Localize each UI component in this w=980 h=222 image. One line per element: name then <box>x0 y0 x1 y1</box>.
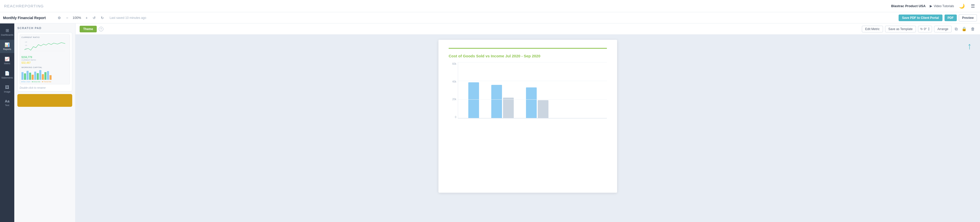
mini-bar-12 <box>49 75 52 80</box>
duplicate-button[interactable]: ⧉ <box>954 26 959 32</box>
y-label-0: 0 <box>449 116 456 119</box>
help-icon: ? <box>100 27 102 30</box>
app-logo: REACHREPORTING <box>4 4 44 8</box>
video-tutorials-label: Video Tutorials <box>934 4 954 8</box>
theme-help-icon[interactable]: ? <box>99 27 103 31</box>
zoom-in-button[interactable]: + <box>84 15 89 21</box>
current-ratio-label: CURRENT RATIO <box>21 36 68 38</box>
y-label-40k: 40k <box>449 80 456 83</box>
redo-button[interactable]: ↻ <box>99 15 105 21</box>
bar-sep-gray <box>538 100 549 118</box>
chart-title: Cost of Goods Sold vs Income Jul 2020 - … <box>449 54 607 58</box>
theme-button[interactable]: Theme <box>80 26 97 32</box>
duplicate-icon: ⧉ <box>955 27 958 31</box>
video-tutorials-button[interactable]: ▶ Video Tutorials <box>930 4 954 8</box>
sidebar-item-dashboards[interactable]: ⊞ Dashboards <box>0 25 14 39</box>
delete-button[interactable]: 🗑 <box>970 26 976 32</box>
x-axis-line <box>458 118 607 119</box>
saved-status: Last saved 10 minutes ago <box>110 16 146 20</box>
svg-text:1.8: 1.8 <box>25 41 27 43</box>
toolbar-right-actions: Save PDF to Client Portal PDF Preview <box>899 14 977 21</box>
action-toolbar-right: Edit Metric Save as Template ↻ 0° ▲ ▼ Ar… <box>862 25 976 32</box>
working-capital-label: WORKING CAPITAL <box>21 66 68 68</box>
sidebar-item-reports[interactable]: 📊 Reports <box>0 40 14 53</box>
reports-label: Reports <box>3 48 11 51</box>
chart-wrapper: 60k 40k 20k 0 <box>449 62 607 119</box>
mini-bar-11 <box>47 71 49 80</box>
grid-line-20k <box>458 99 607 100</box>
rotate-down-button[interactable]: ▼ <box>928 29 930 31</box>
zoom-out-button[interactable]: − <box>65 15 70 21</box>
value-2: $32,487 <box>21 62 68 64</box>
preview-button[interactable]: Preview <box>959 14 977 21</box>
scratch-card-inner: CURRENT RATIO 1.8 1.6 1.4 $156,779 CURRE… <box>20 35 70 84</box>
dark-mode-button[interactable]: 🌙 <box>958 2 966 10</box>
moon-icon: 🌙 <box>959 3 965 9</box>
save-template-button[interactable]: Save as Template <box>885 26 916 32</box>
zoom-display: 100% <box>72 16 82 20</box>
text-label: Text <box>5 104 10 106</box>
mini-bar-6 <box>34 71 36 80</box>
mini-bar-5 <box>32 75 34 80</box>
undo-button[interactable]: ↺ <box>91 15 97 21</box>
plus-icon: + <box>86 16 88 20</box>
chart-area: 60k 40k 20k 0 <box>449 62 607 119</box>
redo-icon: ↻ <box>101 16 104 20</box>
mini-chart-svg: 1.8 1.6 1.4 <box>21 40 68 54</box>
statements-icon: 📄 <box>5 71 10 76</box>
main-layout: ⊞ Dashboards 📊 Reports 📈 Metric 📄 Statem… <box>0 24 980 222</box>
rename-hint: Double click to rename <box>20 86 70 89</box>
action-toolbar: Theme ? Edit Metric Save as Template ↻ 0… <box>76 24 980 35</box>
gear-icon: ⚙ <box>58 16 61 20</box>
dashboards-icon: ⊞ <box>6 28 9 33</box>
rotate-value: 0° <box>924 27 927 31</box>
report-canvas: Cost of Goods Sold vs Income Jul 2020 - … <box>438 40 617 193</box>
metric-icon: 📈 <box>5 57 10 62</box>
undo-icon: ↺ <box>93 16 96 20</box>
settings-button[interactable]: ⚙ <box>56 15 62 21</box>
bar-aug-blue <box>491 85 502 118</box>
video-icon: ▶ <box>930 4 932 8</box>
up-arrow-icon: ↑ <box>967 41 972 51</box>
image-icon: 🖼 <box>5 85 9 90</box>
scratch-yellow-card[interactable] <box>18 94 72 107</box>
sidebar-item-text[interactable]: Aa Text <box>0 97 14 109</box>
menu-button[interactable]: ☰ <box>970 2 976 10</box>
float-up-arrow[interactable]: ↑ <box>967 41 972 51</box>
pdf-button[interactable]: PDF <box>945 14 957 21</box>
sidebar-item-metric[interactable]: 📈 Metric <box>0 54 14 67</box>
reports-icon: 📊 <box>5 42 10 47</box>
lock-button[interactable]: 🔒 <box>961 25 968 32</box>
logo-bold: REACH <box>4 4 19 8</box>
mini-bars <box>21 70 68 80</box>
sidebar-item-statements[interactable]: 📄 Statements <box>0 68 14 82</box>
sidebar-item-image[interactable]: 🖼 Image <box>0 82 14 95</box>
mini-bar-9 <box>42 74 44 80</box>
content-area: Theme ? Edit Metric Save as Template ↻ 0… <box>76 24 980 222</box>
report-title-input[interactable] <box>3 16 54 20</box>
lock-icon: 🔒 <box>962 27 967 31</box>
rotate-icon: ↻ <box>920 27 923 31</box>
header-right: Blastrac Product USA ▶ Video Tutorials 🌙… <box>891 2 976 10</box>
edit-metric-button[interactable]: Edit Metric <box>862 26 883 32</box>
scratch-card-1[interactable]: CURRENT RATIO 1.8 1.6 1.4 $156,779 CURRE… <box>18 32 72 92</box>
dashboards-label: Dashboards <box>1 34 14 36</box>
mini-bar-10 <box>45 72 46 80</box>
y-label-60k: 60k <box>449 62 456 65</box>
arrange-button[interactable]: Arrange <box>934 26 952 32</box>
mini-bar-3 <box>27 71 29 80</box>
mini-bar-1 <box>21 72 24 80</box>
rotate-arrows: ▲ ▼ <box>928 27 930 31</box>
bar-group-aug <box>491 85 514 118</box>
bar-jul-blue <box>468 82 479 118</box>
save-pdf-client-button[interactable]: Save PDF to Client Portal <box>899 14 942 21</box>
logo-light: REPORTING <box>19 4 44 8</box>
y-axis-labels: 60k 40k 20k 0 <box>449 62 458 119</box>
report-top-line <box>449 48 607 49</box>
bar-group-jul <box>468 82 479 118</box>
trash-icon: 🗑 <box>971 27 975 31</box>
bars-container <box>458 62 607 118</box>
mini-bar-2 <box>24 73 26 80</box>
canvas-area: Cost of Goods Sold vs Income Jul 2020 - … <box>76 35 980 222</box>
mini-values: $156,779 CURRENT RATIO $32,487 <box>21 56 68 64</box>
